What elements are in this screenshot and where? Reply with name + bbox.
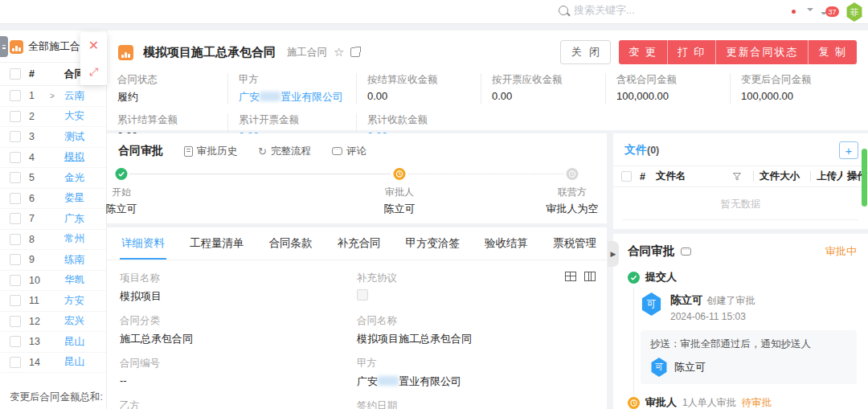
contract-link[interactable]: 云南 [64,89,84,103]
table-row[interactable]: 11方安 [0,291,106,312]
table-row[interactable]: 13昆山 [0,332,106,353]
row-checkbox[interactable] [10,336,21,347]
column-index: # [29,68,50,80]
field-label: 合同名称 [357,314,594,328]
party-a-link[interactable]: 广安置业有限公司 [357,374,594,389]
panel-collapse-handle[interactable]: ▶ [608,241,619,267]
contract-link[interactable]: 宏兴 [64,314,84,328]
contract-link[interactable]: 模拟 [64,150,84,164]
tab-boq[interactable]: 工程量清单 [188,227,246,260]
close-button[interactable]: 关 闭 [560,40,612,64]
change-button[interactable]: 变 更 [619,40,667,64]
contract-link[interactable]: 昆山 [64,355,84,369]
external-link-icon[interactable] [350,47,360,57]
comment-icon [332,147,342,155]
table-row[interactable]: 3测试 [0,127,106,148]
scrollbar-thumb[interactable] [862,149,867,207]
tab-supplement[interactable]: 补充合同 [336,227,383,260]
row-checkbox[interactable] [10,213,21,224]
row-checkbox[interactable] [10,90,21,101]
update-status-button[interactable]: 更新合同状态 [715,40,808,64]
contract-link[interactable]: 昆山 [64,335,84,349]
user-avatar[interactable]: 菲 [845,2,863,22]
table-row[interactable]: 14昆山 [0,353,106,374]
topbar: 37 菲 [0,0,868,24]
field-value: 0.00 [367,90,481,102]
search-input[interactable] [574,4,662,16]
contract-link[interactable]: 方安 [64,294,84,308]
approver-mode: 1人单人审批 [682,396,736,409]
star-icon[interactable]: ☆ [334,45,344,59]
table-row[interactable]: 7广东 [0,209,106,230]
done-check-icon [628,272,640,284]
row-checkbox[interactable] [10,234,21,245]
row-checkbox[interactable] [10,357,21,368]
files-card: 文件 (0) + # 文件名 文件大小 上传人 操作 暂无数据 [613,133,868,229]
row-checkbox[interactable] [10,193,21,204]
row-checkbox[interactable] [10,316,21,327]
full-process-button[interactable]: ↻完整流程 [258,145,311,158]
contract-link[interactable]: 华凯 [64,273,84,287]
field-label: 按结算应收金额 [367,73,481,87]
approval-panel-card: 合同审批 审批中 提交人 可 陈立可创建了审批 2024-06-11 15:03… [613,234,868,409]
tab-partya-change[interactable]: 甲方变洽签 [404,227,462,260]
table-row[interactable]: 10华凯 [0,271,106,292]
row-checkbox[interactable] [10,131,21,142]
row-expander-icon[interactable]: > [50,92,61,100]
select-all-checkbox[interactable] [621,171,632,182]
tab-invoice-tax[interactable]: 票税管理 [551,227,598,260]
field-label: 乙方 [120,399,357,409]
list-footer-total: 变更后合同金额总和: [10,391,103,404]
app-root: 37 菲 全部施工合同 # 合同 1 > 云南 2大安 3测试 4模拟 5金光 … [0,0,868,409]
party-a-link[interactable]: 广安置业有限公司 [239,90,356,104]
project-name-link[interactable]: 模拟项目 [120,289,357,304]
table-row-selected[interactable]: 4模拟 [0,148,106,169]
tab-terms[interactable]: 合同条款 [268,227,314,260]
filter-icon[interactable] [733,173,741,181]
field-label: 项目名称 [120,272,357,285]
row-checkbox[interactable] [10,295,21,306]
row-checkbox[interactable] [10,111,21,122]
contract-link[interactable]: 测试 [64,130,84,144]
column-view-icon[interactable] [584,272,596,281]
table-view-icon[interactable] [565,272,576,281]
table-row[interactable]: 5金光 [0,168,106,189]
expand-icon[interactable]: ⤢ [80,59,107,85]
table-row[interactable]: 9练南 [0,250,106,271]
close-icon[interactable]: ✕ [80,32,107,59]
table-row[interactable]: 2大安 [0,107,106,128]
sidebar-collapse-handle[interactable] [0,36,8,57]
field-label: 变更后合同金额 [741,73,868,87]
comment-icon[interactable] [681,247,691,256]
contract-link[interactable]: 练南 [64,253,84,267]
table-row[interactable]: 12宏兴 [0,312,106,333]
contract-link[interactable]: 金光 [64,171,84,185]
add-file-button[interactable]: + [839,141,858,159]
tab-acceptance[interactable]: 验收结算 [483,227,530,260]
contract-link[interactable]: 常州 [64,232,84,246]
row-checkbox[interactable] [10,152,21,163]
comment-button[interactable]: 评论 [332,145,366,158]
table-row[interactable]: 8常州 [0,230,106,251]
contract-link[interactable]: 大安 [64,109,84,123]
supplement-checkbox[interactable] [357,289,368,301]
row-checkbox[interactable] [10,275,21,286]
column-filesize: 文件大小 [760,170,805,183]
field-label: 累计开票金额 [239,113,356,127]
flow-step-partner: 联营方 审批人为空 [547,168,599,216]
table-row[interactable]: 6娄星 [0,189,106,210]
contract-link[interactable]: 广东 [64,212,84,226]
tab-detail-info[interactable]: 详细资料 [120,227,166,260]
contract-link[interactable]: 娄星 [64,191,84,205]
cc-note-text: 抄送：审批全部通过后，通知抄送人 [650,337,847,351]
field-value: 0.00 [492,90,605,102]
print-button[interactable]: 打 印 [667,40,716,64]
row-checkbox[interactable] [10,254,21,265]
copy-button[interactable]: 复 制 [808,40,857,64]
select-all-checkbox[interactable] [10,68,21,80]
submitter-section: 提交人 [628,270,868,284]
approval-history-button[interactable]: 审批历史 [184,145,237,158]
row-checkbox[interactable] [10,172,21,183]
table-row[interactable]: 1 > 云南 [0,86,106,107]
flow-step-start: 开始 陈立可 [106,168,137,216]
